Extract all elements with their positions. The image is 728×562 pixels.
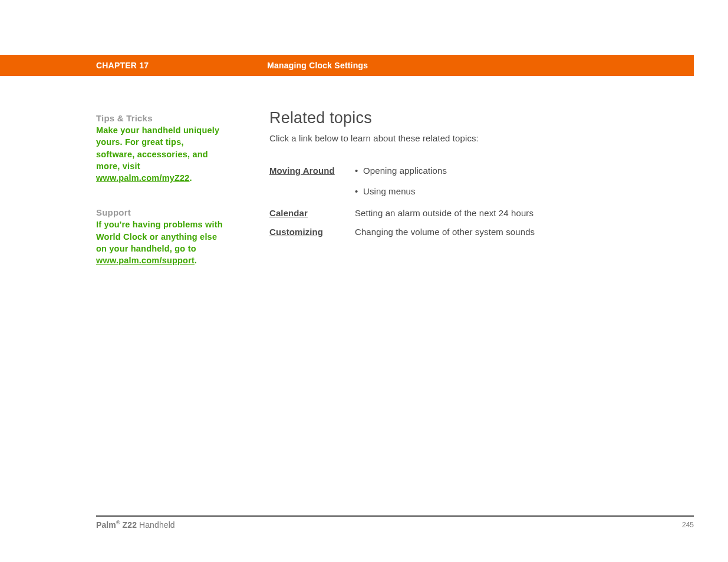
chapter-label: CHAPTER 17 [96,61,149,70]
topic-desc-col: Opening applications Using menus [355,166,447,196]
bullet-item: Using menus [355,186,447,196]
footer-product: Palm® Z22 Handheld [96,520,175,530]
topic-link-col: Customizing [269,227,355,237]
topic-link-col: Calendar [269,208,355,219]
topic-row: Moving Around Opening applications Using… [269,166,635,196]
support-heading: Support [96,207,223,217]
bullet-item: Opening applications [355,166,447,176]
topic-link-calendar[interactable]: Calendar [269,208,308,218]
footer-brand: Palm [96,520,116,530]
tips-link[interactable]: www.palm.com/myZ22 [96,173,190,183]
page-number: 245 [682,521,694,529]
topic-row: Calendar Setting an alarm outside of the… [269,208,635,219]
footer-registered: ® [116,520,120,525]
tips-text: Make your handheld uniquely yours. For g… [96,124,223,184]
main-content: Related topics Click a link below to lea… [269,109,635,246]
support-link[interactable]: www.palm.com/support [96,256,195,265]
topic-link-customizing[interactable]: Customizing [269,227,323,237]
support-section: Support If you're having problems with W… [96,207,223,266]
footer-suffix: Handheld [137,520,175,530]
footer-model: Z22 [120,520,137,530]
topic-link-moving-around[interactable]: Moving Around [269,166,335,176]
footer-divider [96,515,694,517]
tips-body: Make your handheld uniquely yours. For g… [96,125,219,171]
support-text: If you're having problems with World Clo… [96,219,223,266]
sidebar: Tips & Tricks Make your handheld uniquel… [96,113,223,290]
topic-desc: Changing the volume of other system soun… [355,227,535,237]
topic-link-col: Moving Around [269,166,355,176]
topic-row: Customizing Changing the volume of other… [269,227,635,237]
main-subtext: Click a link below to learn about these … [269,133,635,143]
header-bar: CHAPTER 17 Managing Clock Settings [0,55,694,76]
tips-period: . [190,173,192,183]
main-heading: Related topics [269,109,635,127]
topic-desc: Setting an alarm outside of the next 24 … [355,208,533,218]
topics-table: Moving Around Opening applications Using… [269,166,635,237]
bullet-list: Opening applications Using menus [355,166,447,196]
support-period: . [195,256,197,265]
support-body: If you're having problems with World Clo… [96,220,223,253]
chapter-title: Managing Clock Settings [267,61,368,70]
tips-section: Tips & Tricks Make your handheld uniquel… [96,113,223,184]
tips-heading: Tips & Tricks [96,113,223,123]
